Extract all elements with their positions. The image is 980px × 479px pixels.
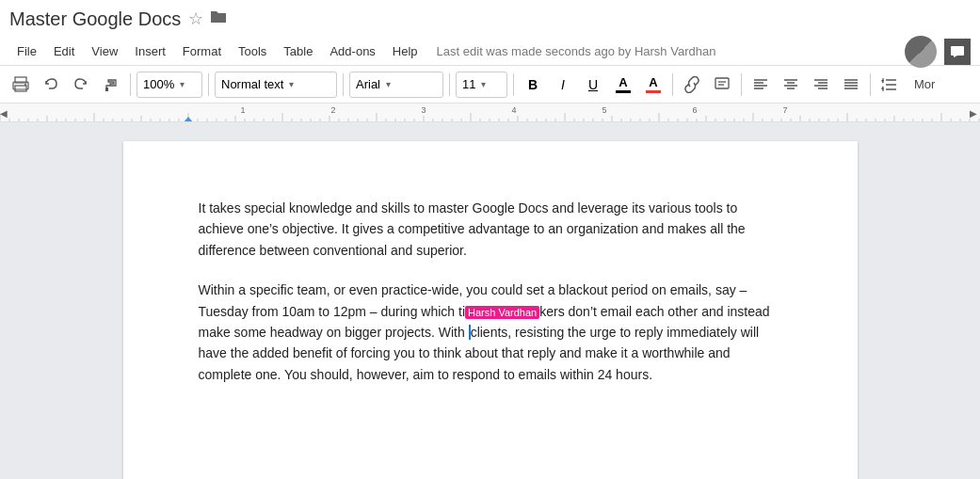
menu-file[interactable]: File bbox=[9, 40, 44, 62]
menu-table[interactable]: Table bbox=[276, 40, 320, 62]
align-justify-button[interactable] bbox=[838, 72, 864, 98]
chat-icon[interactable] bbox=[944, 39, 971, 65]
size-arrow: ▾ bbox=[481, 79, 486, 89]
svg-rect-0 bbox=[951, 46, 964, 56]
separator-5 bbox=[513, 73, 514, 96]
paint-format-button[interactable] bbox=[98, 72, 124, 98]
separator-8 bbox=[870, 73, 871, 96]
bold-button[interactable]: B bbox=[520, 72, 546, 98]
paragraph-1: It takes special knowledge and skills to… bbox=[199, 198, 782, 261]
font-color-bar bbox=[616, 90, 631, 93]
svg-point-4 bbox=[24, 84, 26, 86]
menu-edit[interactable]: Edit bbox=[46, 40, 82, 62]
separator-6 bbox=[672, 73, 673, 96]
ruler bbox=[0, 104, 980, 122]
toolbar: 100% ▾ Normal text ▾ Arial ▾ 11 ▾ B I U … bbox=[0, 66, 980, 104]
align-left-button[interactable] bbox=[747, 72, 774, 98]
italic-button[interactable]: I bbox=[550, 72, 576, 98]
document-page: It takes special knowledge and skills to… bbox=[123, 141, 858, 479]
font-color-button[interactable]: A bbox=[610, 72, 636, 98]
menu-addons[interactable]: Add-ons bbox=[322, 40, 382, 62]
highlight-color-button[interactable]: A bbox=[640, 72, 667, 98]
menu-view[interactable]: View bbox=[84, 40, 125, 62]
menu-tools[interactable]: Tools bbox=[231, 40, 274, 62]
document-title[interactable]: Master Google Docs bbox=[9, 8, 181, 30]
style-select[interactable]: Normal text ▾ bbox=[215, 72, 337, 98]
font-arrow: ▾ bbox=[386, 79, 391, 89]
more-button[interactable]: Mor bbox=[907, 72, 942, 98]
underline-button[interactable]: U bbox=[580, 72, 606, 98]
user-avatar[interactable] bbox=[905, 36, 937, 68]
separator-1 bbox=[130, 73, 131, 96]
svg-rect-6 bbox=[715, 78, 729, 88]
separator-3 bbox=[343, 73, 344, 96]
separator-4 bbox=[449, 73, 450, 96]
title-bar: Master Google Docs ☆ bbox=[0, 0, 980, 38]
star-icon[interactable]: ☆ bbox=[188, 8, 203, 29]
link-button[interactable] bbox=[679, 72, 705, 98]
zoom-select[interactable]: 100% ▾ bbox=[137, 72, 202, 98]
align-right-button[interactable] bbox=[808, 72, 834, 98]
svg-rect-5 bbox=[105, 88, 108, 91]
document-area[interactable]: It takes special knowledge and skills to… bbox=[0, 122, 980, 479]
zoom-arrow: ▾ bbox=[180, 79, 185, 89]
style-arrow: ▾ bbox=[289, 79, 294, 89]
separator-7 bbox=[741, 73, 742, 96]
print-button[interactable] bbox=[8, 72, 34, 98]
paragraph-2: Within a specific team, or even practice… bbox=[199, 279, 782, 385]
cursor-label: Harsh Vardhan bbox=[465, 306, 539, 319]
menu-help[interactable]: Help bbox=[385, 40, 426, 62]
user-area bbox=[905, 36, 971, 68]
align-center-button[interactable] bbox=[778, 72, 804, 98]
line-spacing-button[interactable] bbox=[876, 72, 903, 98]
menu-insert[interactable]: Insert bbox=[127, 40, 173, 62]
menu-bar: File Edit View Insert Format Tools Table… bbox=[0, 38, 980, 66]
comment-button[interactable] bbox=[709, 72, 735, 98]
size-select[interactable]: 11 ▾ bbox=[456, 72, 507, 98]
folder-icon[interactable] bbox=[209, 9, 228, 28]
edit-status: Last edit was made seconds ago by Harsh … bbox=[437, 44, 903, 58]
redo-button[interactable] bbox=[68, 72, 94, 98]
menu-format[interactable]: Format bbox=[175, 40, 229, 62]
font-select[interactable]: Arial ▾ bbox=[349, 72, 443, 98]
highlight-color-bar bbox=[646, 90, 661, 93]
svg-rect-3 bbox=[15, 86, 26, 91]
separator-2 bbox=[208, 73, 209, 96]
undo-button[interactable] bbox=[38, 72, 64, 98]
